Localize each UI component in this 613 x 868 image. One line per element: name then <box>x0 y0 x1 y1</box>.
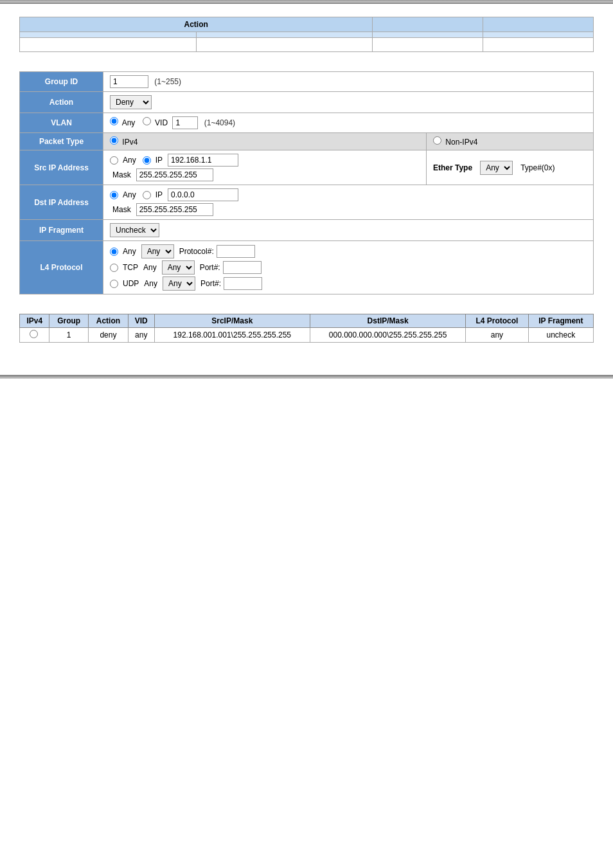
dst-ip-input-row: Any IP <box>110 188 587 201</box>
result-data-row: 1denyany192.168.001.001\255.255.255.2550… <box>20 328 594 343</box>
l4-protocol-label: L4 Protocol <box>20 241 103 294</box>
vlan-value-cell: Any VID (1~4094) <box>103 113 594 133</box>
vlan-vid-hint: (1~4094) <box>204 118 235 127</box>
l4-tcp-dropdown[interactable]: Any <box>162 260 195 275</box>
src-ip-label: Src IP Address <box>20 150 103 185</box>
result-header-vid: VID <box>128 314 154 328</box>
packet-type-row: Packet Type IPv4 Non-IPv4 <box>20 133 594 150</box>
group-id-label: Group ID <box>20 72 103 92</box>
result-header-dst: DstIP/Mask <box>310 314 465 328</box>
l4-tcp-radio[interactable] <box>110 264 118 272</box>
vlan-any-radio[interactable] <box>110 117 118 125</box>
dst-ip-any-label: Any <box>123 190 136 199</box>
src-ip-ip-radio[interactable] <box>143 156 151 165</box>
packet-type-nonipv4-radio[interactable] <box>433 136 441 145</box>
src-ip-input[interactable] <box>168 154 238 167</box>
l4-udp-radio[interactable] <box>110 280 118 288</box>
result-frag-cell: uncheck <box>528 328 593 343</box>
l4-tcp-port-input[interactable] <box>223 261 262 274</box>
action-value-cell: Deny Permit <box>103 92 594 113</box>
src-ip-row: Src IP Address Any IP Mask <box>20 150 594 185</box>
packet-type-label: Packet Type <box>20 133 103 150</box>
action-select[interactable]: Deny Permit <box>110 95 152 109</box>
summary-sub-col4 <box>483 32 594 38</box>
vlan-vid-label: VID <box>155 118 168 127</box>
packet-type-ipv4-radio[interactable] <box>110 136 118 145</box>
result-header-group: Group <box>49 314 88 328</box>
summary-header-action: Action <box>20 17 373 32</box>
summary-sub-header-row <box>20 32 594 38</box>
l4-tcp-any-label: Any <box>143 263 157 272</box>
dst-ip-label: Dst IP Address <box>20 185 103 220</box>
src-ip-ip-label: IP <box>155 156 163 165</box>
result-header-l4: L4 Protocol <box>466 314 528 328</box>
src-ip-mask-input[interactable] <box>136 168 213 181</box>
l4-tcp-label: TCP <box>123 263 138 272</box>
result-header-frag: IP Fragment <box>528 314 593 328</box>
l4-any-label: Any <box>123 247 136 256</box>
summary-data-col3 <box>373 38 483 52</box>
vlan-label: VLAN <box>20 113 103 133</box>
result-table: IPv4 Group Action VID SrcIP/Mask DstIP/M… <box>19 314 594 343</box>
group-id-hint: (1~255) <box>154 77 181 86</box>
l4-protocol-hash-input[interactable] <box>217 245 255 258</box>
result-header-action: Action <box>88 314 128 328</box>
l4-udp-label: UDP <box>123 279 139 288</box>
summary-header-col3 <box>483 17 594 32</box>
dst-ip-mask-label: Mask <box>112 205 131 214</box>
form-table: Group ID (1~255) Action Deny Permit V <box>19 71 594 294</box>
l4-udp-port-input[interactable] <box>224 277 262 290</box>
summary-sub-col3 <box>373 32 483 38</box>
l4-udp-dropdown[interactable]: Any <box>163 276 195 291</box>
summary-data-row <box>20 38 594 52</box>
ip-fragment-label: IP Fragment <box>20 220 103 241</box>
ether-type-row: Ether Type Any Type#(0x) <box>433 161 587 175</box>
vlan-vid-input[interactable] <box>172 116 198 129</box>
ip-fragment-row: IP Fragment Uncheck Check <box>20 220 594 241</box>
dst-ip-row: Dst IP Address Any IP Mask <box>20 185 594 220</box>
l4-udp-port-label: Port#: <box>200 279 221 288</box>
group-id-value-cell: (1~255) <box>103 72 594 92</box>
group-id-input[interactable] <box>110 75 148 88</box>
l4-any-dropdown[interactable]: Any <box>141 244 174 258</box>
l4-protocol-hash-label: Protocol#: <box>179 247 214 256</box>
result-l4-cell: any <box>466 328 528 343</box>
l4-udp-row: UDP Any Any Port#: <box>110 276 587 291</box>
group-id-row: Group ID (1~255) <box>20 72 594 92</box>
dst-ip-mask-input[interactable] <box>136 203 213 216</box>
ether-type-select[interactable]: Any <box>480 161 513 175</box>
ip-fragment-value-cell: Uncheck Check <box>103 220 594 241</box>
vlan-row: VLAN Any VID (1~4094) <box>20 113 594 133</box>
summary-data-col4 <box>483 38 594 52</box>
l4-proto-block: Any Any Protocol#: TCP Any <box>110 244 587 291</box>
ip-fragment-select[interactable]: Uncheck Check <box>110 223 159 237</box>
result-src-cell: 192.168.001.001\255.255.255.255 <box>154 328 310 343</box>
action-row: Action Deny Permit <box>20 92 594 113</box>
l4-protocol-value-cell: Any Any Protocol#: TCP Any <box>103 241 594 294</box>
src-ip-input-row: Any IP <box>110 154 420 167</box>
result-ipv4-radio[interactable] <box>30 330 38 338</box>
vlan-vid-radio[interactable] <box>143 117 151 125</box>
src-ip-any-radio[interactable] <box>110 156 118 165</box>
summary-sub-col1 <box>20 32 197 38</box>
result-ipv4-cell[interactable] <box>20 328 49 343</box>
packet-type-nonipv4-cell: Non-IPv4 <box>427 133 594 150</box>
dst-ip-mask-row: Mask <box>110 203 587 216</box>
dst-ip-block: Any IP Mask <box>110 188 587 216</box>
l4-any-radio[interactable] <box>110 248 118 256</box>
l4-any-row: Any Any Protocol#: <box>110 244 587 258</box>
result-vid-cell: any <box>128 328 154 343</box>
src-ip-any-label: Any <box>123 156 136 165</box>
summary-table: Action <box>19 17 594 52</box>
summary-data-col2 <box>196 38 373 52</box>
dst-ip-ip-label: IP <box>155 190 163 199</box>
vlan-any-label: Any <box>122 118 136 127</box>
packet-type-ipv4-cell: IPv4 <box>103 133 427 150</box>
dst-ip-ip-radio[interactable] <box>143 191 151 199</box>
result-dst-cell: 000.000.000.000\255.255.255.255 <box>310 328 465 343</box>
src-ip-mask-label: Mask <box>112 170 131 179</box>
dst-ip-input[interactable] <box>168 188 238 201</box>
dst-ip-any-radio[interactable] <box>110 191 118 199</box>
result-action-cell: deny <box>88 328 128 343</box>
ether-type-label: Ether Type <box>433 163 472 172</box>
